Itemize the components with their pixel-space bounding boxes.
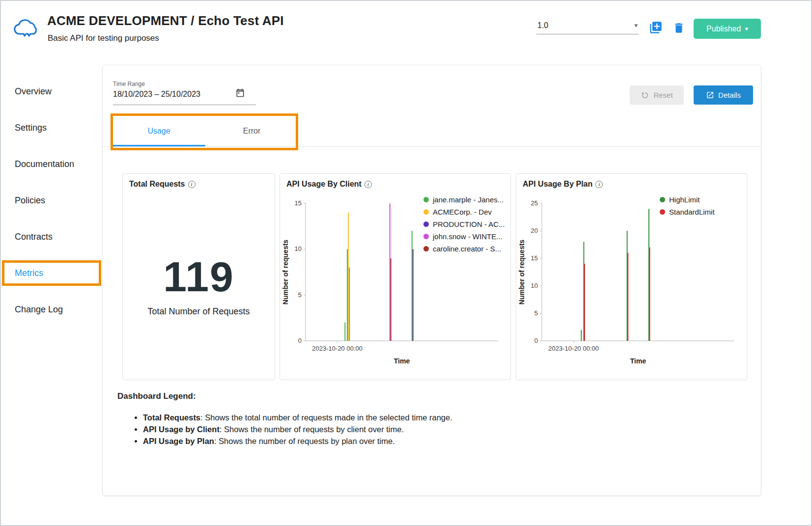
legend-label: PRODUCTION - AC... xyxy=(433,220,505,228)
info-icon[interactable] xyxy=(188,181,196,188)
legend-label: StandardLimit xyxy=(669,208,715,216)
usage-by-client-legend: jane.marple - Janes... ACMECorp. - Dev P… xyxy=(423,195,505,253)
dashboard-legend-item: Total Requests: Shows the total number o… xyxy=(143,413,452,422)
version-select[interactable]: 1.0 ▾ xyxy=(536,19,639,34)
legend-item: ACMECorp. - Dev xyxy=(423,208,505,216)
trash-icon xyxy=(672,28,685,36)
svg-text:Time: Time xyxy=(394,357,410,365)
reset-button[interactable]: Reset xyxy=(630,85,684,105)
legend-item: jane.marple - Janes... xyxy=(423,195,505,204)
usage-by-client-card: API Usage By Client 0510152023-10-20 00:… xyxy=(280,173,511,380)
tab-error[interactable]: Error xyxy=(205,116,298,146)
usage-by-plan-card: API Usage By Plan 05101520252023-10-20 0… xyxy=(516,173,747,380)
card-title: Total Requests xyxy=(129,180,196,189)
legend-dot xyxy=(423,221,429,227)
legend-dot xyxy=(423,246,429,251)
svg-text:0: 0 xyxy=(534,337,538,344)
page-title: ACME DEVELOPMENT / Echo Test API xyxy=(47,13,284,28)
sidebar-item-changelog[interactable]: Change Log xyxy=(15,305,63,315)
svg-text:2023-10-20 00:00: 2023-10-20 00:00 xyxy=(312,345,363,352)
time-range-input[interactable]: 18/10/2023 – 25/10/2023 xyxy=(113,90,200,99)
svg-text:25: 25 xyxy=(531,199,538,207)
total-requests-card: Total Requests 119 Total Number of Reque… xyxy=(122,173,275,380)
details-button[interactable]: Details xyxy=(694,85,753,105)
calendar-icon[interactable] xyxy=(235,88,245,98)
sidebar-item-settings[interactable]: Settings xyxy=(15,123,47,133)
open-in-new-icon xyxy=(706,91,714,99)
svg-text:2023-10-20 00:00: 2023-10-20 00:00 xyxy=(548,345,599,352)
cloud-logo-icon xyxy=(13,14,41,42)
caret-down-icon: ▾ xyxy=(745,25,748,32)
card-title: API Usage By Plan xyxy=(523,180,603,189)
legend-item: caroline.creator - S... xyxy=(423,245,505,253)
info-icon[interactable] xyxy=(595,181,603,188)
svg-text:15: 15 xyxy=(531,254,538,262)
time-range-label: Time Range xyxy=(113,81,145,87)
total-requests-caption: Total Number of Requests xyxy=(123,306,275,317)
svg-text:20: 20 xyxy=(531,227,538,234)
legend-dot xyxy=(423,234,429,239)
legend-dot xyxy=(423,197,429,202)
svg-text:0: 0 xyxy=(298,337,302,344)
svg-text:Time: Time xyxy=(630,357,646,365)
legend-label: caroline.creator - S... xyxy=(433,245,501,253)
legend-label: john.snow - WINTE... xyxy=(433,232,503,241)
page: ACME DEVELOPMENT / Echo Test API Basic A… xyxy=(0,0,812,526)
version-select-value: 1.0 xyxy=(537,21,548,30)
card-title: API Usage By Client xyxy=(286,180,372,189)
total-requests-value: 119 xyxy=(123,252,275,301)
svg-text:15: 15 xyxy=(295,199,302,207)
legend-dot xyxy=(423,209,429,215)
usage-by-plan-legend: HighLimit StandardLimit xyxy=(660,195,715,216)
time-range-underline xyxy=(113,105,256,105)
published-label: Published xyxy=(706,25,741,33)
page-subtitle: Basic API for testing purposes xyxy=(48,33,159,43)
svg-text:10: 10 xyxy=(531,282,538,289)
legend-item: john.snow - WINTE... xyxy=(423,232,505,241)
reset-label: Reset xyxy=(653,91,672,99)
library-add-icon xyxy=(649,28,663,36)
sidebar-item-policies[interactable]: Policies xyxy=(15,195,45,206)
dashboard-legend-item: API Usage by Plan: Shows the number of r… xyxy=(143,437,452,446)
legend-item: PRODUCTION - AC... xyxy=(423,220,505,228)
svg-text:10: 10 xyxy=(295,245,302,252)
svg-text:Number of requests: Number of requests xyxy=(282,240,289,305)
published-status-button[interactable]: Published ▾ xyxy=(694,19,761,39)
sidebar-item-contracts[interactable]: Contracts xyxy=(15,232,53,242)
usage-by-plan-chart: 05101520252023-10-20 00:00TimeNumber of … xyxy=(518,196,739,367)
sidebar-item-metrics[interactable]: Metrics xyxy=(15,268,43,278)
dashboard-legend-list: Total Requests: Shows the total number o… xyxy=(143,413,452,448)
tab-usage[interactable]: Usage xyxy=(112,116,205,146)
legend-label: ACMECorp. - Dev xyxy=(433,208,492,216)
tabs: Usage Error xyxy=(112,116,298,146)
sidebar-item-documentation[interactable]: Documentation xyxy=(15,159,74,169)
svg-text:Number of requests: Number of requests xyxy=(518,240,526,305)
details-label: Details xyxy=(718,91,741,99)
info-icon[interactable] xyxy=(364,181,372,188)
legend-label: HighLimit xyxy=(669,195,700,204)
dashboard-legend-heading: Dashboard Legend: xyxy=(117,391,196,401)
svg-text:5: 5 xyxy=(298,291,302,299)
dashboard-legend-item: API Usage by Client: Shows the number of… xyxy=(143,425,452,434)
usage-by-client-title: API Usage By Client xyxy=(286,180,362,189)
usage-by-plan-title: API Usage By Plan xyxy=(523,180,592,189)
caret-down-icon: ▾ xyxy=(634,22,638,29)
legend-label: jane.marple - Janes... xyxy=(433,195,504,204)
sidebar-item-overview[interactable]: Overview xyxy=(15,86,52,97)
legend-item: HighLimit xyxy=(660,195,715,204)
legend-dot xyxy=(660,197,665,202)
add-version-button[interactable] xyxy=(648,21,663,35)
total-requests-title: Total Requests xyxy=(129,180,185,189)
delete-button[interactable] xyxy=(672,22,686,35)
tabs-divider xyxy=(103,146,761,147)
legend-item: StandardLimit xyxy=(660,208,715,216)
reset-icon xyxy=(641,91,649,100)
legend-dot xyxy=(660,209,665,215)
metrics-panel: Time Range 18/10/2023 – 25/10/2023 Reset xyxy=(102,65,761,496)
svg-text:5: 5 xyxy=(534,309,538,317)
